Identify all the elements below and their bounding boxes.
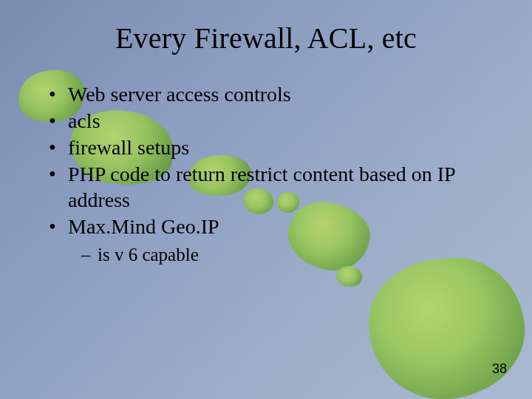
list-item: Web server access controls xyxy=(46,82,495,107)
list-item-text: Max.Mind Geo.IP xyxy=(68,215,219,238)
bullet-list: Web server access controls acls firewall… xyxy=(46,82,495,266)
sub-list-item: is v 6 capable xyxy=(81,244,495,267)
slide-content: Every Firewall, ACL, etc Web server acce… xyxy=(0,0,532,399)
list-item-text: PHP code to return restrict content base… xyxy=(68,163,455,211)
list-item-text: firewall setups xyxy=(68,136,189,159)
list-item-text: Web server access controls xyxy=(68,83,291,106)
list-item: firewall setups xyxy=(46,135,495,160)
sub-list: is v 6 capable xyxy=(81,244,495,267)
list-item: Max.Mind Geo.IP is v 6 capable xyxy=(46,214,495,267)
list-item: PHP code to return restrict content base… xyxy=(46,162,495,212)
page-number: 38 xyxy=(492,361,507,377)
sub-list-item-text: is v 6 capable xyxy=(98,245,199,265)
slide-title: Every Firewall, ACL, etc xyxy=(37,21,495,55)
list-item: acls xyxy=(46,109,495,134)
list-item-text: acls xyxy=(68,109,100,132)
